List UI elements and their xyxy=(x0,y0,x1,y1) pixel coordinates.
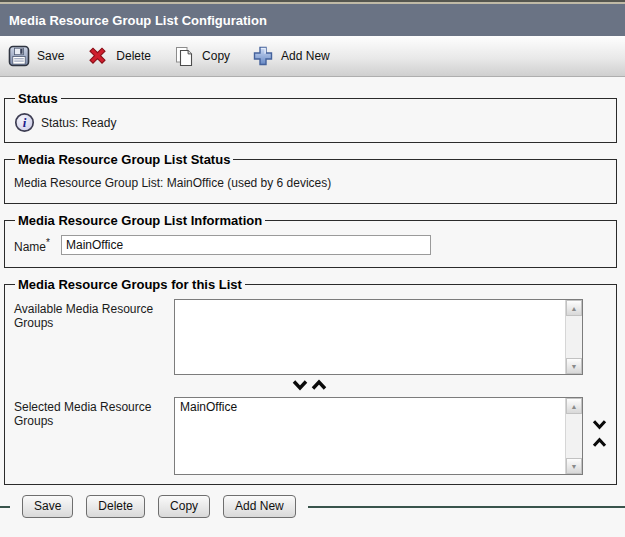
chevron-down-icon xyxy=(592,419,607,430)
list-item[interactable]: MainOffice xyxy=(175,398,582,416)
page-title: Media Resource Group List Configuration xyxy=(9,13,267,28)
required-marker: * xyxy=(46,237,50,248)
scroll-down-icon[interactable]: ▼ xyxy=(566,358,582,374)
selected-groups-label: Selected Media Resource Groups xyxy=(14,397,174,428)
move-up-button[interactable] xyxy=(311,379,327,391)
information-legend: Media Resource Group List Information xyxy=(15,213,265,228)
scroll-up-icon[interactable]: ▲ xyxy=(566,398,582,414)
groups-legend: Media Resource Groups for this List xyxy=(15,277,245,292)
footer-rule-right xyxy=(308,506,625,508)
groups-section: Media Resource Groups for this List Avai… xyxy=(4,277,617,485)
toolbar-copy-label: Copy xyxy=(202,49,230,63)
toolbar-save-button[interactable]: Save xyxy=(8,45,64,67)
toolbar-add-new-button[interactable]: Add New xyxy=(252,45,330,67)
svg-text:i: i xyxy=(23,115,27,130)
list-status-section: Media Resource Group List Status Media R… xyxy=(4,152,617,204)
move-down-button[interactable] xyxy=(292,379,308,391)
delete-button[interactable]: Delete xyxy=(86,495,145,518)
add-new-button[interactable]: Add New xyxy=(223,495,296,518)
scroll-down-icon[interactable]: ▼ xyxy=(566,458,582,474)
toolbar-add-new-label: Add New xyxy=(281,49,330,63)
name-input[interactable] xyxy=(61,235,431,255)
toolbar-save-label: Save xyxy=(37,49,64,63)
information-section: Media Resource Group List Information Na… xyxy=(4,213,617,268)
toolbar-delete-label: Delete xyxy=(116,49,151,63)
list-status-legend: Media Resource Group List Status xyxy=(15,152,233,167)
footer-rule-left xyxy=(0,506,10,508)
footer-actions: Save Delete Copy Add New xyxy=(0,495,625,518)
chevron-up-icon xyxy=(592,437,607,448)
status-section: Status i Status: Ready xyxy=(4,91,617,143)
info-icon: i xyxy=(14,112,35,133)
list-status-message: Media Resource Group List: MainOffice (u… xyxy=(14,176,607,190)
status-message: Status: Ready xyxy=(41,116,116,130)
copy-button[interactable]: Copy xyxy=(158,495,210,518)
status-section-legend: Status xyxy=(15,91,61,106)
scroll-up-icon[interactable]: ▲ xyxy=(566,300,582,316)
save-icon xyxy=(8,45,30,67)
selected-scrollbar[interactable]: ▲ ▼ xyxy=(565,398,582,474)
page-title-bar: Media Resource Group List Configuration xyxy=(0,4,625,36)
copy-icon xyxy=(173,45,195,68)
name-label: Name* xyxy=(14,237,61,254)
toolbar-copy-button[interactable]: Copy xyxy=(173,45,230,68)
delete-icon xyxy=(86,45,109,67)
chevron-up-icon xyxy=(311,379,327,391)
order-up-button[interactable] xyxy=(592,437,607,448)
available-groups-label: Available Media Resource Groups xyxy=(14,299,174,330)
selected-groups-listbox[interactable]: MainOffice ▲ ▼ xyxy=(174,397,583,475)
save-button[interactable]: Save xyxy=(22,495,73,518)
add-new-icon xyxy=(252,45,274,67)
available-groups-listbox[interactable]: ▲ ▼ xyxy=(174,299,583,375)
available-scrollbar[interactable]: ▲ ▼ xyxy=(565,300,582,374)
chevron-down-icon xyxy=(292,379,308,391)
toolbar: Save Delete Copy Add New xyxy=(0,36,625,77)
toolbar-delete-button[interactable]: Delete xyxy=(86,45,151,67)
order-down-button[interactable] xyxy=(592,419,607,430)
